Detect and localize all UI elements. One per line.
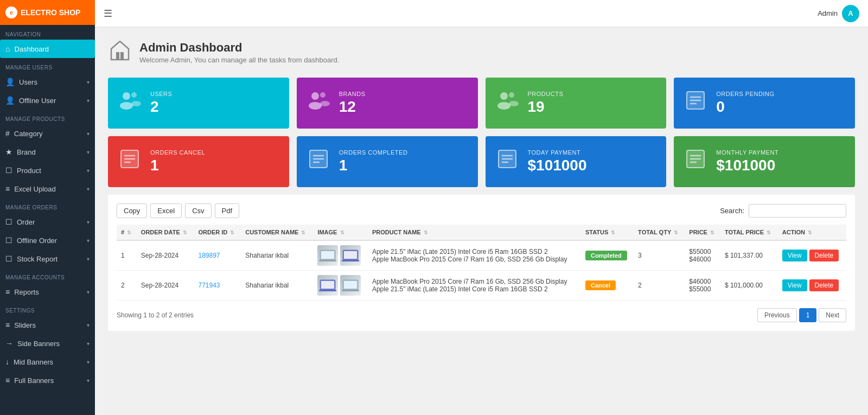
sidebar-item-offline-user[interactable]: 👤 Offline User ▾ (0, 91, 95, 110)
page-subtitle: Welcome Admin, You can manage all the ta… (139, 56, 339, 64)
today-payment-stat-icon (494, 146, 520, 177)
chevron-icon-4: ▾ (87, 149, 90, 155)
monthly-payment-card-value: $101000 (716, 157, 778, 174)
cell-price: $55000$46000 (685, 240, 720, 271)
brand-icon: ★ (5, 148, 12, 156)
excel-button[interactable]: Excel (150, 203, 182, 218)
sidebar-item-sliders[interactable]: ≡ Sliders ▾ (0, 316, 95, 334)
logo-icon: e (5, 7, 17, 18)
orders-completed-card-value: 1 (339, 157, 408, 174)
sidebar-label-product: Product (17, 167, 41, 175)
sidebar-label-users: Users (19, 78, 37, 86)
sidebar-item-stock-report[interactable]: ☐ Stock Report ▾ (0, 250, 95, 268)
csv-button[interactable]: Csv (185, 203, 211, 218)
orders-cancel-stat-icon (117, 146, 143, 177)
chevron-icon-5: ▾ (87, 168, 90, 174)
search-label: Search: (720, 207, 744, 215)
view-button[interactable]: View (782, 250, 807, 261)
table-section: Copy Excel Csv Pdf Search: # ⇅ ORDER DAT… (108, 195, 855, 331)
logo[interactable]: e ELECTRO SHOP (0, 0, 95, 25)
sidebar-label-reports: Reports (14, 288, 39, 296)
products-card-label: PRODUCTS (528, 91, 564, 97)
hamburger-icon[interactable]: ☰ (104, 8, 112, 20)
col-customer-name: CUSTOMER NAME ⇅ (241, 225, 313, 240)
users-icon: 👤 (5, 78, 15, 86)
table-footer-text: Showing 1 to 2 of 2 entries (117, 311, 194, 319)
pdf-button[interactable]: Pdf (215, 203, 240, 218)
cell-action-2: View Delete (778, 271, 846, 301)
product-icon: ☐ (5, 166, 12, 175)
card-info-users: USERS 2 (150, 91, 172, 116)
product-img-3 (317, 275, 338, 296)
cell-image (313, 271, 367, 301)
search-input[interactable] (749, 204, 846, 218)
stat-card-orders-completed: ORDERS COMPLETED 1 (297, 136, 478, 187)
content-area: Admin Dashboard Welcome Admin, You can m… (95, 27, 868, 415)
svg-point-14 (509, 101, 519, 106)
avatar[interactable]: A (842, 5, 859, 22)
svg-point-3 (123, 92, 130, 100)
card-info-orders-cancel: ORDERS CANCEL 1 (150, 149, 205, 174)
sidebar-item-excel-upload[interactable]: ≡ Excel Upload ▾ (0, 180, 95, 198)
sidebar-item-reports[interactable]: ≡ Reports ▾ (0, 283, 95, 301)
sidebar-item-side-banners[interactable]: → Side Banners ▾ (0, 334, 95, 353)
manage-users-section-label: MANAGE USERS (0, 58, 95, 73)
brands-card-value: 12 (339, 98, 366, 116)
delete-button-2[interactable]: Delete (809, 279, 839, 291)
copy-button[interactable]: Copy (117, 203, 147, 218)
card-info-today-payment: TODAY PAYMENT $101000 (528, 149, 587, 174)
cell-order-id: 771943 (194, 271, 241, 301)
topbar: ☰ Admin A (95, 0, 868, 27)
page-title: Admin Dashboard (139, 41, 339, 55)
main-content: ☰ Admin A Admin Dashboard Welcome Admin,… (95, 0, 868, 415)
mid-banners-icon: ↓ (5, 357, 9, 366)
col-image: IMAGE ⇅ (313, 225, 367, 240)
sidebar-label-brand: Brand (17, 148, 36, 156)
home-icon: ⌂ (5, 44, 10, 53)
next-button[interactable]: Next (819, 308, 846, 322)
sidebar-item-order[interactable]: ☐ Order ▾ (0, 213, 95, 231)
sidebar-item-offline-order[interactable]: ☐ Offline Order ▾ (0, 231, 95, 250)
page-1-button[interactable]: 1 (799, 308, 817, 322)
stat-card-orders-pending: ORDERS PENDING 0 (674, 78, 855, 129)
orders-cancel-card-value: 1 (150, 157, 205, 174)
order-id-link[interactable]: 189897 (199, 252, 220, 259)
table-row: 1 Sep-28-2024 189897 Shahariar ikbal (117, 240, 846, 271)
view-button-2[interactable]: View (782, 279, 807, 291)
table-toolbar: Copy Excel Csv Pdf Search: (117, 203, 846, 218)
svg-point-7 (311, 92, 319, 100)
chevron-icon-6: ▾ (87, 186, 90, 192)
sidebar-item-product[interactable]: ☐ Product ▾ (0, 161, 95, 180)
table-row: 2 Sep-28-2024 771943 Shahariar ikbal (117, 271, 846, 301)
users-card-label: USERS (150, 91, 172, 97)
order-id-link-2[interactable]: 771943 (199, 282, 220, 289)
settings-section-label: SETTINGS (0, 301, 95, 316)
topbar-right: Admin A (818, 5, 859, 22)
col-order-id: ORDER ID ⇅ (194, 225, 241, 240)
manage-accounts-section-label: MANAGE ACCOUNTS (0, 268, 95, 283)
svg-rect-2 (120, 52, 124, 60)
sidebar-item-users[interactable]: 👤 Users ▾ (0, 73, 95, 91)
cell-order-id: 189897 (194, 240, 241, 271)
product-images (317, 245, 363, 266)
cell-customer-name: Shahariar ikbal (241, 271, 313, 301)
previous-button[interactable]: Previous (757, 308, 797, 322)
delete-button[interactable]: Delete (809, 250, 839, 261)
sidebar-item-dashboard[interactable]: ⌂ Dashboard (0, 40, 95, 58)
sidebar-item-mid-banners[interactable]: ↓ Mid Banners ▾ (0, 353, 95, 371)
product-images-2 (317, 275, 363, 296)
cell-status: Completed (581, 240, 634, 271)
status-badge: Completed (585, 251, 627, 260)
users-stat-icon (117, 87, 143, 119)
product-img-1 (317, 245, 338, 266)
admin-name-label: Admin (818, 9, 838, 17)
chevron-icon: ▾ (87, 79, 90, 85)
col-price: PRICE ⇅ (685, 225, 720, 240)
table-footer: Showing 1 to 2 of 2 entries Previous 1 N… (117, 308, 846, 322)
brands-stat-icon (305, 87, 331, 119)
orders-pending-stat-icon (682, 87, 709, 119)
sidebar-item-category[interactable]: # Category ▾ (0, 124, 95, 143)
chevron-icon-12: ▾ (87, 341, 90, 347)
sidebar-item-brand[interactable]: ★ Brand ▾ (0, 143, 95, 161)
sidebar-item-full-banners[interactable]: ≡ Full Banners ▾ (0, 371, 95, 390)
